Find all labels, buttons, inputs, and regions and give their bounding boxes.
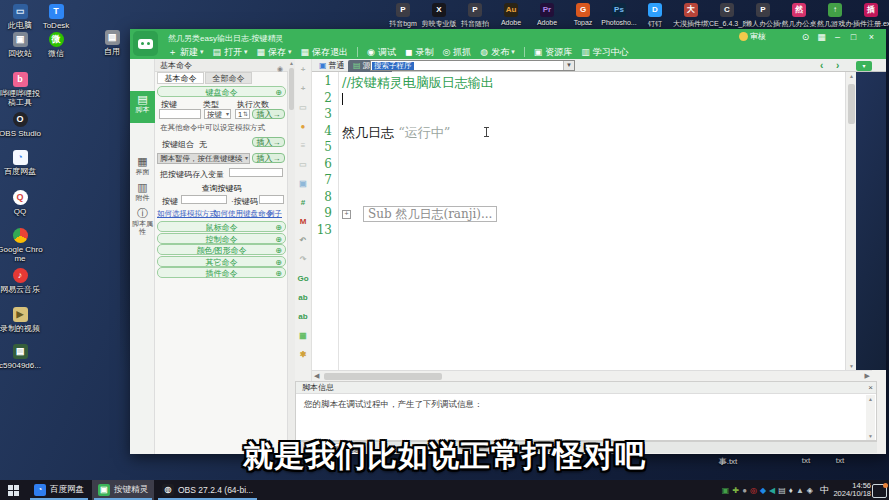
sidebar-tab-脚本[interactable]: ▤脚本	[130, 91, 155, 123]
insert-button-2[interactable]: 插入→	[252, 137, 285, 147]
editor-tool-icon[interactable]: ▦	[295, 331, 311, 340]
desktop-icon-网易云音乐[interactable]: ♪网易云音乐	[0, 268, 43, 294]
pause-select[interactable]: 脚本暂停，按任意键继续▾	[157, 153, 250, 164]
desktop-file-txt[interactable]: txt	[812, 456, 868, 465]
fold-expand-icon[interactable]: +	[342, 210, 351, 219]
editor-tool-icon[interactable]: M	[295, 217, 311, 226]
tray-plugin-icon[interactable]: ▣	[722, 486, 730, 495]
close-icon[interactable]: ×	[868, 382, 873, 394]
editor-tool-icon[interactable]: ●	[295, 122, 311, 131]
desktop-icon-自用[interactable]: ▤自用	[89, 30, 135, 56]
taskbar-app-百度网盘[interactable]: ◔百度网盘	[28, 480, 90, 500]
editor-tool-icon[interactable]: +	[295, 84, 311, 93]
scroll-up-icon[interactable]: ▲	[288, 60, 295, 66]
desktop-icon-Google Chrome[interactable]: Google Chrome	[0, 228, 43, 263]
store-input[interactable]	[229, 168, 283, 177]
editor-tool-icon[interactable]: #	[295, 198, 311, 207]
tray-volume-icon[interactable]: ◈	[807, 486, 813, 495]
editor-tool-icon[interactable]: ▣	[295, 179, 311, 188]
editor-tool-icon[interactable]: +	[295, 65, 311, 74]
help-link[interactable]: 如何使用键盘命令	[213, 209, 273, 219]
count-stepper[interactable]: 1⇅	[235, 109, 250, 119]
notification-center-icon[interactable]	[872, 484, 887, 498]
editor-tool-icon[interactable]: ↶	[295, 236, 311, 245]
editor-tool-icon[interactable]: ≡	[295, 141, 311, 150]
desktop-icon-微信[interactable]: 微微信	[33, 32, 79, 58]
toolbar-资源库[interactable]: ▣资源库	[534, 46, 573, 59]
tray-record-icon[interactable]: ●	[742, 486, 747, 495]
tab-normal[interactable]: ▣普通	[314, 60, 350, 72]
editor-tool-icon[interactable]: ab	[295, 293, 311, 302]
toolbar-新建[interactable]: ＋新建▾	[168, 46, 204, 59]
tray-flag-icon[interactable]: ◆	[760, 486, 766, 495]
nav-back-icon[interactable]: ‹	[820, 60, 823, 71]
editor-tool-icon[interactable]: Go	[295, 274, 311, 283]
expand-icon[interactable]: ⊕	[275, 87, 282, 98]
tray-camera-icon[interactable]: ▤	[778, 486, 786, 495]
expand-icon[interactable]: ⊕	[275, 245, 282, 256]
subroutine-search-combobox[interactable]: 搜索子程序 ▼	[370, 60, 575, 71]
tray-green-icon[interactable]: ✚	[732, 486, 739, 495]
toolbar-录制[interactable]: ◼录制	[405, 46, 433, 59]
toolbar-保存退出[interactable]: ▦保存退出	[301, 46, 349, 59]
tray-mic-icon[interactable]: ♦	[789, 486, 793, 495]
section-鼠标命令[interactable]: 鼠标命令⊕	[157, 221, 286, 232]
expand-icon[interactable]: ⊕	[275, 257, 282, 268]
taskbar-clock[interactable]: 14:56 2024/10/18	[833, 482, 871, 498]
desktop-icon-哔哩哔哩投稿工具[interactable]: b哔哩哔哩投稿工具	[0, 72, 43, 107]
toolbar-抓抓[interactable]: ◎抓抓	[442, 46, 471, 59]
pin-icon[interactable]: ◉	[277, 62, 283, 75]
desktop-icon-然几办公桌[interactable]: 然然几办公桌	[781, 3, 817, 29]
desktop-icon-大漠插件绑定[interactable]: 大大漠插件绑定	[673, 3, 709, 29]
start-button[interactable]	[0, 480, 26, 500]
desktop-icon-Photosho...[interactable]: PsPhotosho...	[601, 3, 637, 29]
desktop-icon-CE_6.4.3_风[interactable]: CCE_6.4.3_风	[709, 3, 745, 29]
toolbar-打开[interactable]: ▤打开▾	[213, 46, 248, 59]
code-editor[interactable]: 1//按键精灵电脑版日志输出234然几日志 “运行中”56789+Sub 然几日…	[312, 72, 845, 370]
editor-tool-icon[interactable]: ▭	[295, 103, 311, 112]
panel-tab-全部命令[interactable]: 全部命令	[205, 72, 252, 84]
taskbar-app-按键精灵[interactable]: ▣按键精灵	[92, 480, 154, 500]
desktop-file-事.txt[interactable]: 事.txt	[700, 456, 756, 467]
maximize-button[interactable]: □	[847, 31, 860, 43]
query-code-input[interactable]	[259, 195, 284, 204]
user-chip[interactable]: 审核	[739, 31, 766, 43]
info-panel-header[interactable]: 脚本信息×	[296, 382, 876, 394]
desktop-icon-OBS Studio[interactable]: OOBS Studio	[0, 112, 43, 138]
expand-icon[interactable]: ⊕	[275, 222, 282, 233]
section-其它命令[interactable]: 其它命令⊕	[157, 256, 286, 267]
tray-obs-icon[interactable]: ◎	[750, 486, 757, 495]
scroll-down-icon[interactable]: ▼	[866, 433, 875, 439]
sidebar-tab-附件[interactable]: ▥附件	[130, 179, 155, 205]
desktop-icon-QQ[interactable]: QQQ	[0, 190, 43, 216]
view-options-icon[interactable]: ▾	[856, 61, 872, 71]
desktop-icon-Topaz[interactable]: GTopaz	[565, 3, 601, 29]
chevron-down-icon[interactable]: ▼	[563, 61, 574, 70]
desktop-icon-录制的视频[interactable]: ▶录制的视频	[0, 307, 43, 333]
insert-button-3[interactable]: 插入→	[252, 153, 285, 163]
taskbar-app-OBS 27.2.4 (64-bi...[interactable]: ◎OBS 27.2.4 (64-bi...	[156, 480, 259, 500]
scroll-up-icon[interactable]: ▲	[866, 396, 875, 402]
expand-icon[interactable]: ⊕	[275, 234, 282, 245]
sidebar-tab-脚本属性[interactable]: ⓘ脚本属性	[130, 205, 155, 231]
desktop-icon-插件注册.exe[interactable]: 插插件注册.exe	[853, 3, 889, 29]
scroll-left-icon[interactable]: ◀	[314, 372, 319, 380]
desktop-icon-抖音随拍[interactable]: P抖音随拍	[457, 3, 493, 29]
panel-tab-基本命令[interactable]: 基本命令	[157, 72, 204, 84]
keyboard-commands-section[interactable]: 键盘命令⊕	[157, 86, 286, 97]
section-插件命令[interactable]: 插件命令⊕	[157, 267, 286, 278]
toolbar-学习中心[interactable]: ▥学习中心	[581, 46, 629, 59]
editor-tool-icon[interactable]: ↷	[295, 255, 311, 264]
toolbar-调试[interactable]: ◉调试	[367, 46, 396, 59]
query-key-input[interactable]	[181, 195, 227, 204]
desktop-icon-Adobe[interactable]: PrAdobe	[529, 3, 565, 29]
tray-network-icon[interactable]: ▲	[796, 486, 804, 495]
section-颜色/图形命令[interactable]: 颜色/图形命令⊕	[157, 244, 286, 255]
section-控制命令[interactable]: 控制命令⊕	[157, 233, 286, 244]
editor-horizontal-scrollbar[interactable]: ◀ ▶	[312, 370, 872, 381]
desktop-icon-抖音bgm[interactable]: P抖音bgm	[385, 3, 421, 29]
help-link[interactable]: 例子	[267, 209, 282, 219]
desktop-icon-百度网盘[interactable]: ◔百度网盘	[0, 150, 43, 176]
desktop-icon-ToDesk[interactable]: TToDesk	[33, 4, 79, 30]
desktop-icon-然几游戏办公[interactable]: ↑然几游戏办公	[817, 3, 853, 29]
